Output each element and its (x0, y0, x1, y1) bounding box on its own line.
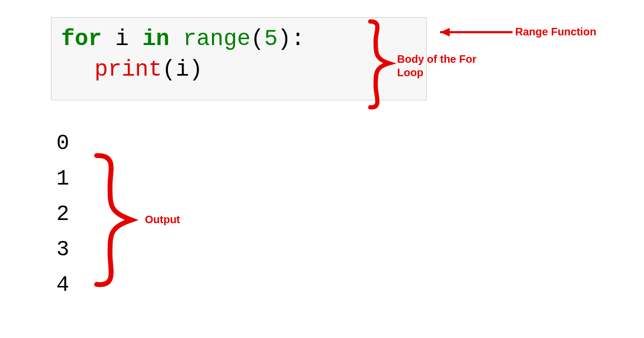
lparen: ( (162, 57, 175, 83)
annotation-range-function: Range Function (515, 26, 596, 38)
identifier-i: i (102, 26, 143, 52)
lparen: ( (251, 26, 264, 52)
arrow-range-function (440, 28, 513, 36)
function-range: range (183, 26, 251, 52)
keyword-for: for (61, 26, 102, 52)
output-line: 4 (56, 268, 69, 303)
brace-output (97, 156, 131, 285)
svg-marker-1 (440, 28, 450, 36)
output-line: 1 (56, 161, 69, 197)
rparen: ) (189, 57, 202, 83)
output-block: 0 1 2 3 4 (56, 126, 69, 303)
keyword-in: in (142, 26, 169, 52)
code-line-1: for i in range(5): (61, 24, 416, 55)
colon: : (291, 26, 305, 52)
annotation-body-of-loop: Body of the For Loop (397, 53, 488, 79)
rparen: ) (277, 26, 291, 52)
code-line-2: print(i) (61, 55, 416, 85)
output-line: 0 (56, 126, 69, 161)
function-print: print (94, 57, 162, 83)
annotation-output: Output (145, 214, 180, 226)
output-line: 2 (56, 197, 69, 232)
print-argument: i (175, 57, 189, 83)
range-argument: 5 (264, 26, 277, 52)
output-line: 3 (56, 232, 69, 268)
code-block: for i in range(5): print(i) (51, 17, 427, 100)
